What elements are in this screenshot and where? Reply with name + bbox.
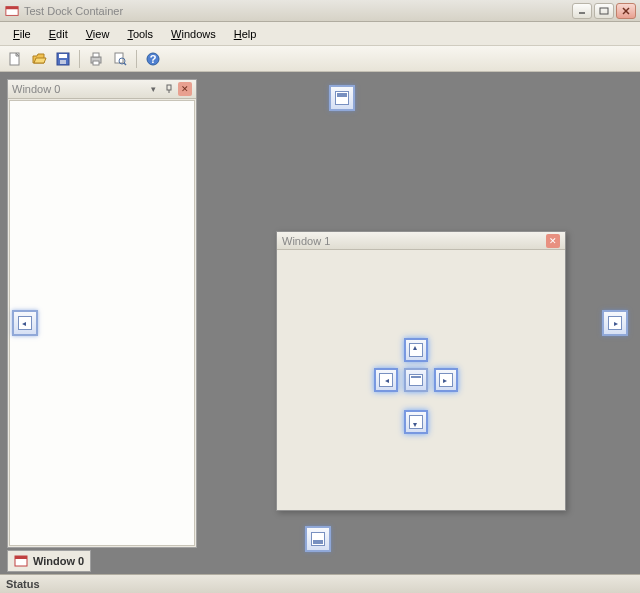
status-text: Status <box>6 578 40 590</box>
minimize-button[interactable] <box>572 3 592 19</box>
dock-target-inner-top[interactable]: ▴ <box>404 338 428 362</box>
dock-target-outer-top[interactable] <box>329 85 355 111</box>
dock-target-inner-right[interactable]: ▸ <box>434 368 458 392</box>
panel-title: Window 0 <box>12 83 146 95</box>
dock-cross: ▴ ▾ ◂ ▸ <box>374 348 462 436</box>
float-close-icon[interactable]: ✕ <box>546 234 560 248</box>
toolbar-separator <box>79 50 80 68</box>
menubar: File Edit View Tools Windows Help <box>0 22 640 46</box>
tab-label: Window 0 <box>33 555 84 567</box>
svg-rect-21 <box>15 556 27 559</box>
toolbar-separator <box>136 50 137 68</box>
workspace: Window 0 ▾ ✕ Window 0 Window 1 ✕ ◂ ▸ ▴ ▾ <box>0 72 640 574</box>
svg-rect-18 <box>167 85 171 90</box>
help-icon[interactable]: ? <box>142 49 164 69</box>
svg-rect-3 <box>600 8 608 14</box>
save-icon[interactable] <box>52 49 74 69</box>
float-header[interactable]: Window 1 ✕ <box>277 232 565 250</box>
svg-rect-1 <box>6 6 18 9</box>
panel-dropdown-icon[interactable]: ▾ <box>146 82 160 96</box>
menu-windows[interactable]: Windows <box>162 26 225 42</box>
new-icon[interactable] <box>4 49 26 69</box>
svg-line-15 <box>124 63 126 65</box>
statusbar: Status <box>0 574 640 593</box>
toolbar: ? <box>0 46 640 72</box>
dock-target-outer-bottom[interactable] <box>305 526 331 552</box>
docked-tab-window0[interactable]: Window 0 <box>7 550 91 572</box>
dock-target-outer-left[interactable]: ◂ <box>12 310 38 336</box>
dock-target-inner-center[interactable] <box>404 368 428 392</box>
print-preview-icon[interactable] <box>109 49 131 69</box>
menu-tools[interactable]: Tools <box>118 26 162 42</box>
svg-rect-9 <box>60 60 66 64</box>
window-titlebar: Test Dock Container <box>0 0 640 22</box>
app-icon <box>4 3 20 19</box>
window-icon <box>14 554 28 568</box>
panel-header[interactable]: Window 0 ▾ ✕ <box>8 80 196 99</box>
float-title: Window 1 <box>282 235 546 247</box>
open-icon[interactable] <box>28 49 50 69</box>
maximize-button[interactable] <box>594 3 614 19</box>
close-button[interactable] <box>616 3 636 19</box>
svg-rect-12 <box>93 61 99 65</box>
menu-edit[interactable]: Edit <box>40 26 77 42</box>
dock-target-outer-right[interactable]: ▸ <box>602 310 628 336</box>
menu-view[interactable]: View <box>77 26 119 42</box>
print-icon[interactable] <box>85 49 107 69</box>
svg-rect-11 <box>93 53 99 57</box>
dock-target-inner-left[interactable]: ◂ <box>374 368 398 392</box>
menu-file[interactable]: File <box>4 26 40 42</box>
svg-rect-8 <box>59 54 67 58</box>
pin-icon[interactable] <box>162 82 176 96</box>
menu-help[interactable]: Help <box>225 26 266 42</box>
svg-text:?: ? <box>150 53 157 65</box>
panel-close-icon[interactable]: ✕ <box>178 82 192 96</box>
dock-target-inner-bottom[interactable]: ▾ <box>404 410 428 434</box>
window-title: Test Dock Container <box>24 5 572 17</box>
